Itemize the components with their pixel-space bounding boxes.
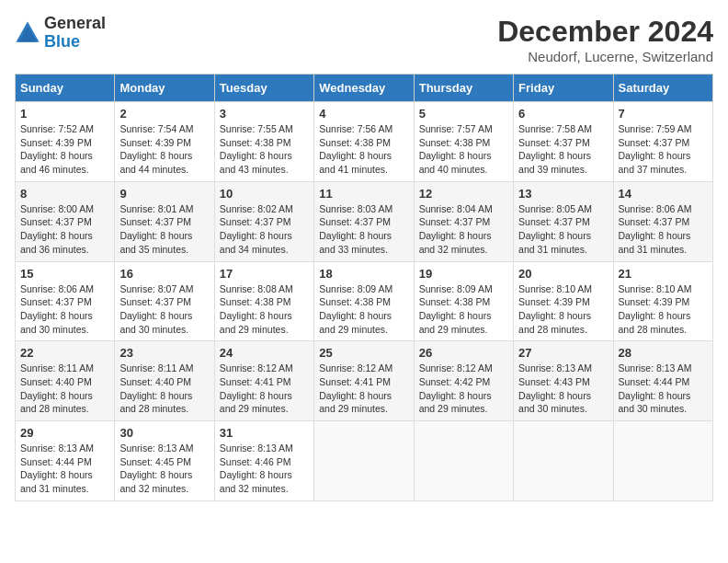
day-number: 16: [119, 267, 209, 281]
day-number: 2: [119, 107, 209, 121]
logo: General Blue: [15, 15, 106, 52]
table-row: 6 Sunrise: 7:58 AMSunset: 4:37 PMDayligh…: [514, 102, 613, 182]
day-number: 22: [20, 346, 109, 360]
col-sunday: Sunday: [16, 75, 115, 102]
table-row: 14 Sunrise: 8:06 AMSunset: 4:37 PMDaylig…: [613, 181, 712, 261]
day-number: 4: [319, 107, 408, 121]
day-number: 15: [20, 267, 109, 281]
logo-icon: [15, 20, 40, 46]
day-number: 14: [619, 187, 708, 201]
day-info: Sunrise: 8:10 AMSunset: 4:39 PMDaylight:…: [518, 282, 608, 337]
day-number: 13: [518, 187, 608, 201]
day-number: 3: [220, 107, 309, 121]
calendar-table: Sunday Monday Tuesday Wednesday Thursday…: [15, 74, 713, 501]
table-row: 30 Sunrise: 8:13 AMSunset: 4:45 PMDaylig…: [115, 421, 214, 501]
table-row: 15 Sunrise: 8:06 AMSunset: 4:37 PMDaylig…: [16, 261, 115, 341]
day-number: 20: [518, 267, 608, 281]
day-info: Sunrise: 8:11 AMSunset: 4:40 PMDaylight:…: [20, 362, 109, 416]
day-number: 9: [119, 187, 209, 201]
day-info: Sunrise: 8:12 AMSunset: 4:42 PMDaylight:…: [419, 362, 508, 416]
day-info: Sunrise: 8:11 AMSunset: 4:40 PMDaylight:…: [119, 362, 209, 416]
day-number: 6: [518, 107, 608, 121]
table-row: 11 Sunrise: 8:03 AMSunset: 4:37 PMDaylig…: [314, 181, 414, 261]
day-number: 12: [419, 187, 508, 201]
col-friday: Friday: [514, 75, 613, 102]
table-row: [613, 421, 712, 501]
table-row: 7 Sunrise: 7:59 AMSunset: 4:37 PMDayligh…: [613, 102, 712, 182]
table-row: 1 Sunrise: 7:52 AMSunset: 4:39 PMDayligh…: [16, 102, 115, 182]
day-number: 1: [20, 107, 109, 121]
day-info: Sunrise: 7:58 AMSunset: 4:37 PMDaylight:…: [518, 122, 608, 177]
day-number: 30: [119, 426, 209, 440]
day-info: Sunrise: 7:56 AMSunset: 4:38 PMDaylight:…: [319, 122, 408, 177]
day-number: 8: [20, 187, 109, 201]
table-row: [414, 421, 513, 501]
day-info: Sunrise: 8:10 AMSunset: 4:39 PMDaylight:…: [619, 282, 708, 337]
day-info: Sunrise: 8:03 AMSunset: 4:37 PMDaylight:…: [319, 202, 408, 257]
table-row: 26 Sunrise: 8:12 AMSunset: 4:42 PMDaylig…: [414, 341, 513, 421]
table-row: [314, 421, 414, 501]
table-row: 23 Sunrise: 8:11 AMSunset: 4:40 PMDaylig…: [115, 341, 214, 421]
table-row: 16 Sunrise: 8:07 AMSunset: 4:37 PMDaylig…: [115, 261, 214, 341]
table-row: [514, 421, 613, 501]
table-row: 8 Sunrise: 8:00 AMSunset: 4:37 PMDayligh…: [16, 181, 115, 261]
day-info: Sunrise: 7:52 AMSunset: 4:39 PMDaylight:…: [20, 122, 109, 177]
day-number: 17: [220, 267, 309, 281]
table-row: 2 Sunrise: 7:54 AMSunset: 4:39 PMDayligh…: [115, 102, 214, 182]
location-title: Neudorf, Lucerne, Switzerland: [497, 49, 713, 64]
table-row: 4 Sunrise: 7:56 AMSunset: 4:38 PMDayligh…: [314, 102, 414, 182]
day-info: Sunrise: 8:13 AMSunset: 4:44 PMDaylight:…: [20, 442, 109, 496]
calendar-week-row: 15 Sunrise: 8:06 AMSunset: 4:37 PMDaylig…: [16, 261, 713, 341]
day-number: 10: [220, 187, 309, 201]
day-number: 11: [319, 187, 408, 201]
day-info: Sunrise: 8:13 AMSunset: 4:45 PMDaylight:…: [119, 442, 209, 496]
calendar-header-row: Sunday Monday Tuesday Wednesday Thursday…: [16, 75, 713, 102]
table-row: 9 Sunrise: 8:01 AMSunset: 4:37 PMDayligh…: [115, 181, 214, 261]
calendar-week-row: 22 Sunrise: 8:11 AMSunset: 4:40 PMDaylig…: [16, 341, 713, 421]
table-row: 20 Sunrise: 8:10 AMSunset: 4:39 PMDaylig…: [514, 261, 613, 341]
day-number: 31: [220, 426, 309, 440]
table-row: 17 Sunrise: 8:08 AMSunset: 4:38 PMDaylig…: [214, 261, 313, 341]
day-info: Sunrise: 8:05 AMSunset: 4:37 PMDaylight:…: [518, 202, 608, 257]
day-info: Sunrise: 7:54 AMSunset: 4:39 PMDaylight:…: [119, 122, 209, 177]
day-info: Sunrise: 8:13 AMSunset: 4:44 PMDaylight:…: [619, 362, 708, 416]
day-number: 5: [419, 107, 508, 121]
day-info: Sunrise: 8:09 AMSunset: 4:38 PMDaylight:…: [319, 282, 408, 337]
table-row: 29 Sunrise: 8:13 AMSunset: 4:44 PMDaylig…: [16, 421, 115, 501]
day-number: 23: [119, 346, 209, 360]
day-number: 24: [220, 346, 309, 360]
day-info: Sunrise: 8:13 AMSunset: 4:46 PMDaylight:…: [220, 442, 309, 496]
table-row: 3 Sunrise: 7:55 AMSunset: 4:38 PMDayligh…: [214, 102, 313, 182]
col-saturday: Saturday: [613, 75, 712, 102]
day-info: Sunrise: 7:57 AMSunset: 4:38 PMDaylight:…: [419, 122, 508, 177]
day-info: Sunrise: 7:59 AMSunset: 4:37 PMDaylight:…: [619, 122, 708, 177]
day-info: Sunrise: 8:02 AMSunset: 4:37 PMDaylight:…: [220, 202, 309, 257]
col-wednesday: Wednesday: [314, 75, 414, 102]
table-row: 12 Sunrise: 8:04 AMSunset: 4:37 PMDaylig…: [414, 181, 513, 261]
table-row: 21 Sunrise: 8:10 AMSunset: 4:39 PMDaylig…: [613, 261, 712, 341]
day-number: 18: [319, 267, 408, 281]
day-number: 7: [619, 107, 708, 121]
logo-general-text: General: [44, 14, 106, 32]
table-row: 24 Sunrise: 8:12 AMSunset: 4:41 PMDaylig…: [214, 341, 313, 421]
calendar-week-row: 1 Sunrise: 7:52 AMSunset: 4:39 PMDayligh…: [16, 102, 713, 182]
day-number: 27: [518, 346, 608, 360]
title-block: December 2024 Neudorf, Lucerne, Switzerl…: [497, 15, 713, 64]
day-info: Sunrise: 8:00 AMSunset: 4:37 PMDaylight:…: [20, 202, 109, 257]
month-title: December 2024: [497, 15, 713, 49]
logo-blue-text: Blue: [44, 32, 80, 51]
page-header: General Blue December 2024 Neudorf, Luce…: [15, 15, 713, 64]
table-row: 27 Sunrise: 8:13 AMSunset: 4:43 PMDaylig…: [514, 341, 613, 421]
table-row: 25 Sunrise: 8:12 AMSunset: 4:41 PMDaylig…: [314, 341, 414, 421]
table-row: 13 Sunrise: 8:05 AMSunset: 4:37 PMDaylig…: [514, 181, 613, 261]
day-info: Sunrise: 8:12 AMSunset: 4:41 PMDaylight:…: [319, 362, 408, 416]
day-info: Sunrise: 8:07 AMSunset: 4:37 PMDaylight:…: [119, 282, 209, 337]
day-info: Sunrise: 8:13 AMSunset: 4:43 PMDaylight:…: [518, 362, 608, 416]
table-row: 18 Sunrise: 8:09 AMSunset: 4:38 PMDaylig…: [314, 261, 414, 341]
day-info: Sunrise: 8:08 AMSunset: 4:38 PMDaylight:…: [220, 282, 309, 337]
day-number: 29: [20, 426, 109, 440]
table-row: 28 Sunrise: 8:13 AMSunset: 4:44 PMDaylig…: [613, 341, 712, 421]
day-info: Sunrise: 7:55 AMSunset: 4:38 PMDaylight:…: [220, 122, 309, 177]
table-row: 19 Sunrise: 8:09 AMSunset: 4:38 PMDaylig…: [414, 261, 513, 341]
col-monday: Monday: [115, 75, 214, 102]
